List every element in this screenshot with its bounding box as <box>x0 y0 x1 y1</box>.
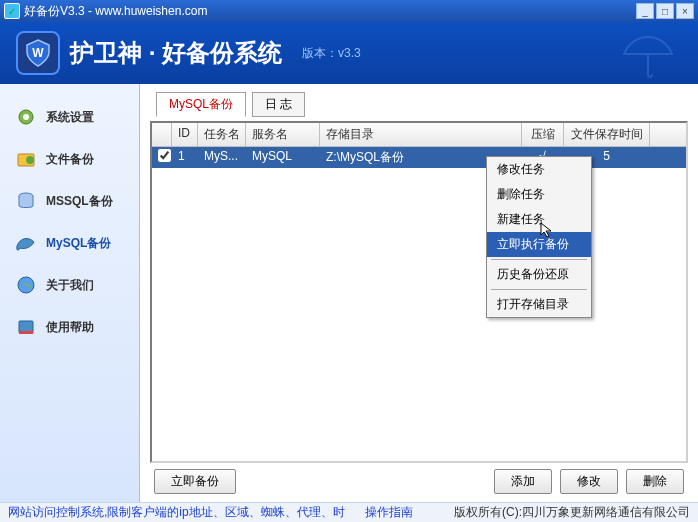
globe-icon <box>14 273 38 297</box>
footer-buttons: 立即备份 添加 修改 删除 <box>150 463 688 494</box>
svg-rect-8 <box>19 331 33 334</box>
logo-icon: W <box>16 31 60 75</box>
svg-text:W: W <box>32 46 44 60</box>
th-task[interactable]: 任务名 <box>198 123 246 146</box>
cell-id: 1 <box>172 147 198 168</box>
menu-delete-task[interactable]: 删除任务 <box>487 182 591 207</box>
dolphin-icon <box>14 231 38 255</box>
folder-icon <box>14 147 38 171</box>
umbrella-icon <box>618 32 678 85</box>
svg-point-2 <box>23 114 29 120</box>
sidebar: 系统设置 文件备份 MSSQL备份 MySQL备份 关于我们 使用帮助 <box>0 84 140 502</box>
sidebar-item-mssql[interactable]: MSSQL备份 <box>0 180 139 222</box>
add-button[interactable]: 添加 <box>494 469 552 494</box>
menu-new-task[interactable]: 新建任务 <box>487 207 591 232</box>
menu-open-folder[interactable]: 打开存储目录 <box>487 292 591 317</box>
menu-run-backup[interactable]: 立即执行备份 <box>487 232 591 257</box>
status-link-1[interactable]: 网站访问控制系统,限制客户端的ip地址、区域、蜘蛛、代理、时 <box>8 504 345 521</box>
tabs: MySQL备份 日 志 <box>150 92 688 117</box>
close-button[interactable]: × <box>676 3 694 19</box>
sidebar-item-label: 系统设置 <box>46 109 94 126</box>
context-menu: 修改任务 删除任务 新建任务 立即执行备份 历史备份还原 打开存储目录 <box>486 156 592 318</box>
cell-task: MyS... <box>198 147 246 168</box>
th-service[interactable]: 服务名 <box>246 123 320 146</box>
table-row[interactable]: 1 MyS... MySQL Z:\MySQL备份 √ 5 <box>152 147 686 168</box>
status-link-2[interactable]: 操作指南 <box>365 504 413 521</box>
sidebar-item-label: 使用帮助 <box>46 319 94 336</box>
menu-edit-task[interactable]: 修改任务 <box>487 157 591 182</box>
version-label: 版本：v3.3 <box>302 45 361 62</box>
menu-history-restore[interactable]: 历史备份还原 <box>487 262 591 287</box>
db-blue-icon <box>14 189 38 213</box>
sidebar-item-label: 关于我们 <box>46 277 94 294</box>
delete-button[interactable]: 删除 <box>626 469 684 494</box>
sidebar-item-label: MySQL备份 <box>46 235 111 252</box>
menu-separator <box>491 289 587 290</box>
th-keep[interactable]: 文件保存时间 <box>564 123 650 146</box>
window-title: 好备份V3.3 - www.huweishen.com <box>24 3 636 20</box>
sidebar-item-about[interactable]: 关于我们 <box>0 264 139 306</box>
th-zip[interactable]: 压缩 <box>522 123 564 146</box>
app-icon: ✓ <box>4 3 20 19</box>
table-header: ID 任务名 服务名 存储目录 压缩 文件保存时间 <box>152 123 686 147</box>
backup-now-button[interactable]: 立即备份 <box>154 469 236 494</box>
main-panel: MySQL备份 日 志 ID 任务名 服务名 存储目录 压缩 文件保存时间 1 … <box>140 84 698 502</box>
tab-log[interactable]: 日 志 <box>252 92 305 117</box>
svg-point-4 <box>26 156 34 164</box>
task-table: ID 任务名 服务名 存储目录 压缩 文件保存时间 1 MyS... MySQL… <box>150 121 688 463</box>
maximize-button[interactable]: □ <box>656 3 674 19</box>
sidebar-item-label: MSSQL备份 <box>46 193 113 210</box>
th-checkbox[interactable] <box>152 123 172 146</box>
header: W 护卫神 · 好备份系统 版本：v3.3 <box>0 22 698 84</box>
tab-mysql-backup[interactable]: MySQL备份 <box>156 92 246 117</box>
book-icon <box>14 315 38 339</box>
titlebar: ✓ 好备份V3.3 - www.huweishen.com _ □ × <box>0 0 698 22</box>
sidebar-item-label: 文件备份 <box>46 151 94 168</box>
product-name: 护卫神 · 好备份系统 <box>70 37 282 69</box>
minimize-button[interactable]: _ <box>636 3 654 19</box>
row-checkbox[interactable] <box>158 149 171 162</box>
statusbar: 网站访问控制系统,限制客户端的ip地址、区域、蜘蛛、代理、时 操作指南 版权所有… <box>0 502 698 522</box>
menu-separator <box>491 259 587 260</box>
sidebar-item-filebackup[interactable]: 文件备份 <box>0 138 139 180</box>
sidebar-item-mysql[interactable]: MySQL备份 <box>0 222 139 264</box>
sidebar-item-settings[interactable]: 系统设置 <box>0 96 139 138</box>
edit-button[interactable]: 修改 <box>560 469 618 494</box>
th-id[interactable]: ID <box>172 123 198 146</box>
cell-service: MySQL <box>246 147 320 168</box>
copyright: 版权所有(C):四川万象更新网络通信有限公司 <box>454 504 690 521</box>
gear-icon <box>14 105 38 129</box>
sidebar-item-help[interactable]: 使用帮助 <box>0 306 139 348</box>
th-path[interactable]: 存储目录 <box>320 123 522 146</box>
